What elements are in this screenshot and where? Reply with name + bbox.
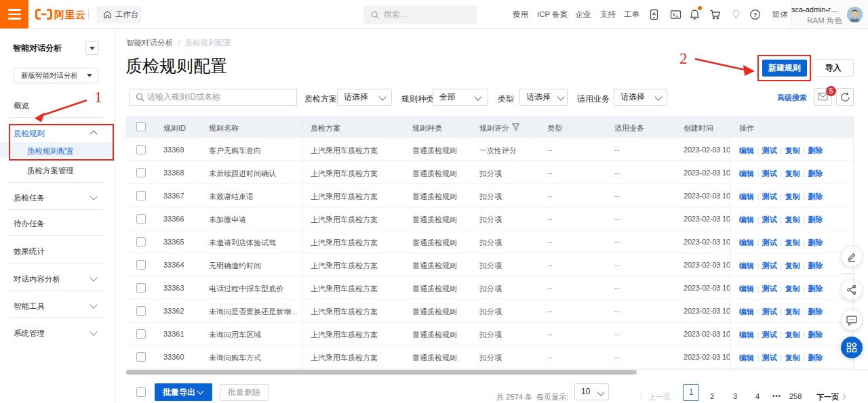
svg-text:?: ? <box>753 12 757 18</box>
